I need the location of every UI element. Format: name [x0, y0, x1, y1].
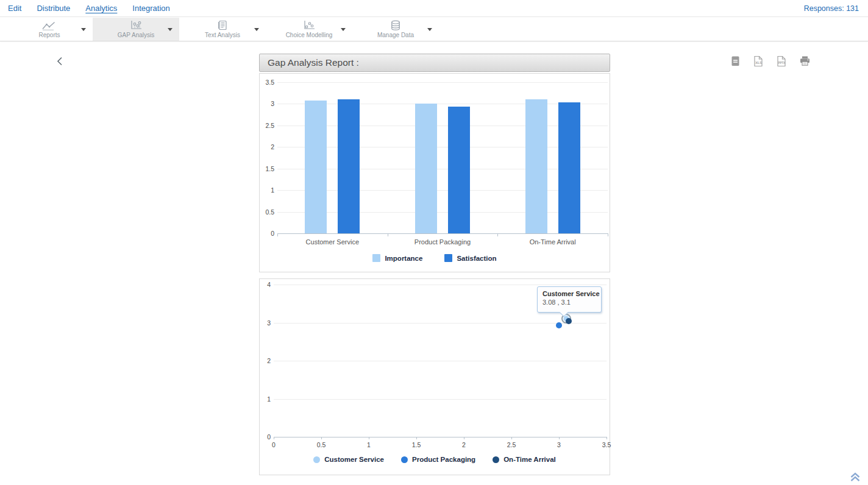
nav-integration[interactable]: Integration — [132, 4, 169, 13]
x-axis-tick — [277, 233, 278, 236]
x-axis-line — [277, 233, 608, 234]
y-axis-tick-label: 0.5 — [260, 208, 274, 216]
chevron-down-icon[interactable] — [254, 28, 259, 31]
export-xls-button[interactable]: XLS — [753, 55, 764, 67]
bar-satisfaction-product-packaging[interactable] — [448, 107, 470, 233]
text-analysis-icon — [217, 20, 228, 30]
scatter-legend: Customer ServiceProduct PackagingOn-Time… — [260, 456, 610, 463]
report-title-bar: Gap Analysis Report : — [259, 54, 610, 72]
export-word-button[interactable] — [730, 55, 741, 67]
toolbar-label-gap-analysis: GAP Analysis — [118, 32, 154, 38]
legend-label: Importance — [385, 255, 422, 262]
top-navigation: Edit Distribute Analytics Integration Re… — [0, 0, 868, 17]
legend-label: Satisfaction — [457, 255, 496, 262]
gap-analysis-icon — [129, 20, 143, 30]
tooltip-value: 3.08 , 3.1 — [542, 299, 596, 306]
chevron-down-icon[interactable] — [341, 28, 346, 31]
x-axis-tick-label: 3.5 — [597, 441, 616, 448]
x-axis-tick — [608, 233, 608, 236]
x-axis-tick-label: 1.5 — [407, 441, 425, 448]
print-button[interactable] — [799, 56, 811, 66]
scatter-point-product-packaging[interactable] — [556, 322, 562, 328]
y-axis-tick-label: 0 — [260, 433, 271, 441]
legend-item-importance[interactable]: Importance — [372, 254, 422, 262]
toolbar-reports[interactable]: Reports — [6, 18, 93, 41]
x-axis-line — [274, 437, 607, 437]
export-pptx-button[interactable]: PPTX — [776, 55, 787, 67]
legend-dot — [493, 456, 499, 463]
app-window: Edit Distribute Analytics Integration Re… — [0, 0, 868, 485]
double-chevron-up-icon — [850, 473, 861, 484]
legend-label: Product Packaging — [412, 456, 475, 463]
y-axis-tick-label: 3.5 — [260, 79, 274, 86]
bar-satisfaction-customer-service[interactable] — [338, 99, 360, 233]
x-axis-tick — [607, 437, 607, 439]
gridline — [277, 82, 608, 83]
nav-analytics[interactable]: Analytics — [85, 4, 117, 13]
gridline — [274, 361, 607, 361]
tooltip-series-name: Customer Service — [542, 290, 596, 297]
category-label: Customer Service — [283, 238, 381, 246]
legend-label: On-Time Arrival — [503, 456, 556, 463]
category-label: On-Time Arrival — [504, 238, 602, 246]
back-chevron-icon — [57, 57, 63, 68]
bar-importance-product-packaging[interactable] — [415, 104, 437, 233]
bar-importance-on-time-arrival[interactable] — [525, 99, 547, 233]
y-axis-tick-label: 3 — [260, 100, 274, 107]
legend-swatch — [372, 254, 380, 262]
x-axis-tick — [497, 233, 498, 236]
toolbar-text-analysis[interactable]: Text Analysis — [179, 18, 266, 41]
legend-item-on-time-arrival[interactable]: On-Time Arrival — [493, 456, 556, 463]
toolbar-label-manage-data: Manage Data — [377, 32, 414, 38]
svg-text:XLS: XLS — [755, 61, 762, 65]
gap-scatter-chart: 0123400.511.522.533.5 Customer Service 3… — [259, 278, 610, 475]
toolbar-choice-modelling[interactable]: Choice Modelling — [266, 18, 352, 41]
chevron-down-icon[interactable] — [168, 28, 173, 31]
print-icon — [799, 56, 811, 66]
legend-item-satisfaction[interactable]: Satisfaction — [444, 254, 496, 262]
bar-satisfaction-on-time-arrival[interactable] — [558, 102, 580, 233]
toolbar-label-reports: Reports — [38, 32, 60, 38]
back-button[interactable] — [57, 57, 65, 66]
y-axis-tick-label: 3 — [260, 319, 271, 327]
legend-item-customer-service[interactable]: Customer Service — [313, 456, 384, 463]
x-axis-tick — [464, 437, 464, 439]
tooltip: Customer Service 3.08 , 3.1 — [537, 286, 602, 313]
x-axis-tick — [321, 437, 322, 439]
y-axis-tick-label: 1 — [260, 186, 274, 194]
bar-importance-customer-service[interactable] — [305, 101, 327, 233]
scatter-point-on-time-arrival[interactable] — [566, 318, 572, 324]
x-axis-tick — [274, 437, 274, 439]
x-axis-tick — [559, 437, 560, 439]
chevron-down-icon[interactable] — [427, 28, 432, 31]
database-icon — [390, 20, 402, 30]
x-axis-tick-label: 2 — [455, 441, 473, 448]
chevron-down-icon[interactable] — [81, 28, 86, 31]
x-axis-tick — [388, 233, 388, 236]
y-axis-tick-label: 2.5 — [260, 122, 274, 129]
category-label: Product Packaging — [394, 238, 491, 246]
nav-edit[interactable]: Edit — [8, 4, 21, 13]
scroll-to-top-button[interactable] — [850, 472, 861, 484]
y-axis-tick-label: 4 — [260, 281, 271, 288]
legend-item-product-packaging[interactable]: Product Packaging — [401, 456, 475, 463]
legend-dot — [313, 456, 320, 463]
x-axis-tick — [416, 437, 417, 439]
toolbar-gap-analysis[interactable]: GAP Analysis — [93, 18, 179, 41]
line-chart-icon — [41, 20, 57, 30]
responses-count[interactable]: Responses: 131 — [804, 4, 859, 13]
legend-swatch — [444, 254, 452, 262]
bar-chart-legend: ImportanceSatisfaction — [260, 254, 610, 262]
y-axis-tick-label: 1.5 — [260, 165, 274, 172]
x-axis-tick-label: 0 — [265, 441, 283, 448]
nav-distribute[interactable]: Distribute — [37, 4, 70, 13]
y-axis-tick-label: 1 — [260, 395, 271, 403]
export-toolbar: XLS PPTX — [730, 55, 811, 67]
toolbar-label-text-analysis: Text Analysis — [205, 32, 240, 38]
page-title: Gap Analysis Report : — [268, 57, 359, 68]
toolbar-manage-data[interactable]: Manage Data — [352, 18, 439, 41]
x-axis-tick-label: 3 — [550, 441, 568, 448]
x-axis-tick-label: 0.5 — [312, 441, 330, 448]
y-axis-tick-label: 2 — [260, 143, 274, 150]
svg-text:PPTX: PPTX — [778, 62, 786, 65]
